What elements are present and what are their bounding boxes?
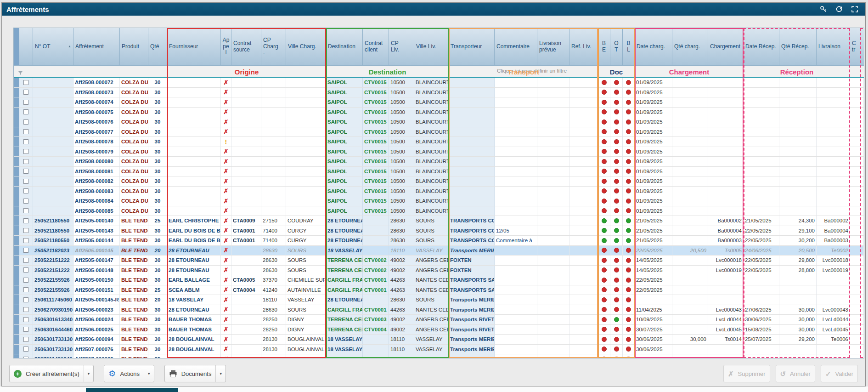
table-row[interactable]: 250521180550Aff2505-000144BLE TENDF30EAR… (14, 236, 864, 246)
cell-chk[interactable] (19, 108, 33, 117)
chevron-down-icon[interactable]: ▾ (84, 365, 94, 382)
column-header-fournisseur[interactable]: Fournisseur (167, 28, 221, 66)
row-checkbox[interactable] (23, 188, 28, 193)
chevron-down-icon[interactable]: ▾ (215, 365, 225, 382)
cell-chk[interactable] (19, 196, 33, 206)
cell-chk[interactable] (19, 325, 33, 335)
table-row[interactable]: Aff2508-000083COLZA DU30✗SAIPOLCTV001510… (14, 187, 864, 197)
create-affretement-button[interactable]: + Créer affrètement(s) ▾ (9, 365, 94, 382)
column-header-commentaire[interactable]: Commentaire (495, 28, 537, 66)
column-header-contrat-client[interactable]: Contrat client (363, 28, 389, 66)
row-checkbox[interactable] (23, 139, 28, 144)
cell-chk[interactable] (19, 206, 33, 216)
column-header-ville-liv[interactable]: Ville Liv. (414, 28, 449, 66)
row-checkbox[interactable] (23, 248, 28, 253)
column-header-bl[interactable]: B L (623, 28, 635, 66)
cell-chk[interactable] (19, 246, 33, 256)
column-header-cp-liv[interactable]: CP Liv. (389, 28, 414, 66)
row-checkbox[interactable] (23, 258, 28, 263)
chevron-down-icon[interactable]: ▾ (144, 365, 154, 382)
column-header-ctr[interactable]: C tr (850, 28, 864, 66)
row-checkbox[interactable] (23, 337, 28, 342)
column-header-date-recep[interactable]: Date Récep. (744, 28, 779, 66)
cell-chk[interactable] (19, 236, 33, 245)
row-checkbox[interactable] (23, 278, 28, 283)
cell-chk[interactable] (19, 127, 33, 137)
table-row[interactable]: 250522155926Aff2505-000151BLE TENDF25SCE… (14, 285, 864, 295)
refresh-icon[interactable] (835, 5, 843, 13)
column-header-qte-charg[interactable]: Qté charg. (672, 28, 708, 66)
table-row[interactable]: 250522151222Aff2505-000147BLE TENDF3028 … (14, 256, 864, 266)
table-row[interactable]: 250522151222Aff2505-000148BLE TENDF3028 … (14, 266, 864, 276)
cell-chk[interactable] (19, 97, 33, 107)
cell-chk[interactable] (19, 305, 33, 315)
cell-chk[interactable] (19, 147, 33, 157)
delete-button[interactable]: ✗ Supprimer (723, 365, 770, 382)
cell-chk[interactable] (19, 88, 33, 97)
cell-chk[interactable] (19, 256, 33, 265)
table-row[interactable]: Aff2508-000085COLZA DU30✗SAIPOLCTV001510… (14, 206, 864, 216)
row-checkbox[interactable] (23, 109, 28, 114)
cell-chk[interactable] (19, 157, 33, 166)
cell-chk[interactable] (19, 226, 33, 236)
documents-button[interactable]: Documents ▾ (164, 365, 226, 382)
table-row[interactable]: Aff2508-000075COLZA DU30✗SAIPOLCTV001510… (14, 108, 864, 118)
column-header-affretement[interactable]: Affrètement (73, 28, 120, 66)
table-row[interactable]: 2506301733130Aff2506-000094BLE TENDF3028… (14, 335, 864, 345)
column-header-livraison[interactable]: Livraison (817, 28, 850, 66)
table-row[interactable]: Aff2508-000081COLZA DU30✗SAIPOLCTV001510… (14, 167, 864, 177)
row-checkbox[interactable] (23, 100, 28, 105)
row-checkbox[interactable] (23, 179, 28, 184)
filter-row[interactable]: Cliquer ici pour définir un filtre (14, 66, 864, 78)
cancel-button[interactable]: ↺ Annuler (776, 365, 815, 382)
column-header-livraison-prevue[interactable]: Livraison prévue (537, 28, 569, 66)
table-row[interactable]: 2506111745060Aff2505-000145-RBLE TENDF20… (14, 295, 864, 305)
table-row[interactable]: 2506301733130Aff2507-000076BLE TENDF3028… (14, 345, 864, 355)
cell-chk[interactable] (19, 187, 33, 196)
row-checkbox[interactable] (23, 228, 28, 233)
column-header-chargement[interactable]: Chargement (708, 28, 744, 66)
row-checkbox[interactable] (23, 218, 28, 223)
table-row[interactable]: Aff2508-000079COLZA DU30✗SAIPOLCTV001510… (14, 147, 864, 157)
row-checkbox[interactable] (23, 357, 28, 358)
row-checkbox[interactable] (23, 149, 28, 154)
cell-chk[interactable] (19, 315, 33, 324)
table-row[interactable]: 250521180550Aff2505-000143BLE TENDF30EAR… (14, 226, 864, 236)
cell-chk[interactable] (19, 285, 33, 295)
table-row[interactable]: 2506301644460Aff2506-000025BLE TENDF30BA… (14, 325, 864, 335)
column-header-ref-liv[interactable]: Ref. Liv. (569, 28, 598, 66)
table-row[interactable]: Aff2508-000072COLZA DU30✗SAIPOLCTV001510… (14, 78, 864, 88)
row-checkbox[interactable] (23, 119, 28, 125)
column-header-qte-recep[interactable]: Qté Récep. (779, 28, 817, 66)
row-checkbox[interactable] (23, 267, 28, 273)
table-row[interactable]: 2506270930190Aff2506-000023BLE TENDF3028… (14, 305, 864, 315)
row-checkbox[interactable] (23, 199, 28, 204)
column-header-produit[interactable]: Produit (120, 28, 148, 66)
row-checkbox[interactable] (23, 208, 28, 213)
column-header-contrat-source[interactable]: Contrat source (231, 28, 261, 66)
column-header-ville-charg[interactable]: Ville Charg. (286, 28, 326, 66)
table-row[interactable]: Aff2508-000084COLZA DU30✗SAIPOLCTV001510… (14, 196, 864, 206)
cell-chk[interactable] (19, 295, 33, 305)
cell-chk[interactable] (19, 78, 33, 87)
column-header-qte[interactable]: Qté (148, 28, 167, 66)
row-checkbox[interactable] (23, 129, 28, 134)
row-checkbox[interactable] (23, 169, 28, 174)
column-header-cp-charg[interactable]: CP Charg . (261, 28, 286, 66)
column-header-be[interactable]: B E (598, 28, 610, 66)
maximize-icon[interactable] (851, 5, 859, 13)
row-checkbox[interactable] (23, 347, 28, 352)
row-checkbox[interactable] (23, 238, 28, 243)
column-header-appel[interactable]: Ap pe l (221, 28, 231, 66)
row-checkbox[interactable] (23, 90, 28, 95)
column-header-ot[interactable]: O T (610, 28, 623, 66)
table-row[interactable]: Aff2508-000077COLZA DU30✗SAIPOLCTV001510… (14, 127, 864, 137)
row-checkbox[interactable] (23, 317, 28, 322)
table-row[interactable]: 250522155926Aff2505-000150BLE TENDF30EAR… (14, 275, 864, 285)
validate-button[interactable]: ✓ Valider (821, 365, 858, 382)
row-checkbox[interactable] (23, 307, 28, 312)
table-row[interactable]: 250521180550Aff2505-000140BLE TENDF25EAR… (14, 216, 864, 226)
cell-chk[interactable] (19, 117, 33, 127)
shortcut-key-icon[interactable] (819, 5, 828, 13)
row-checkbox[interactable] (23, 287, 28, 292)
